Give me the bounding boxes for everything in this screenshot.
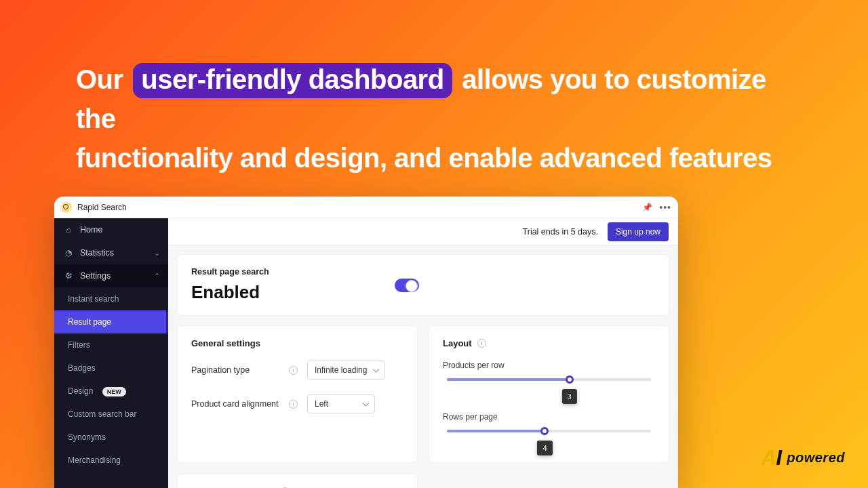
sidebar-sub-custom-search-bar[interactable]: Custom search bar: [54, 403, 168, 426]
products-per-row-label: Products per row: [443, 361, 655, 370]
gear-icon: ⚙: [64, 271, 73, 281]
sidebar-label: Home: [80, 225, 102, 235]
sidebar: ⌂ Home ◔ Statistics ⌄ ⚙ Settings ⌃ Insta…: [54, 218, 168, 488]
ai-powered-badge: AI powered: [761, 445, 845, 470]
new-badge: NEW: [102, 387, 126, 396]
clock-icon: ◔: [64, 248, 73, 258]
ai-powered-text: powered: [787, 450, 845, 466]
ai-logo-icon: AI: [761, 445, 781, 470]
pagination-type-label: Pagination type: [191, 365, 279, 375]
chevron-up-icon: ⌃: [154, 272, 160, 281]
marketing-headline: Our user-friendly dashboard allows you t…: [76, 60, 792, 178]
headline-pre: Our: [76, 64, 123, 94]
trial-text: Trial ends in 5 days.: [523, 227, 598, 237]
sidebar-item-settings[interactable]: ⚙ Settings ⌃: [54, 264, 168, 287]
chevron-down-icon: ⌄: [154, 249, 160, 258]
sidebar-sub-synonyms[interactable]: Synonyms: [54, 426, 168, 449]
sidebar-sub-filters[interactable]: Filters: [54, 333, 168, 357]
card-title: Result page search: [191, 267, 395, 277]
info-icon[interactable]: i: [477, 339, 486, 348]
enabled-toggle[interactable]: [395, 279, 419, 292]
main-content: Trial ends in 5 days. Sign up now Result…: [168, 218, 678, 488]
sidebar-sub-badges[interactable]: Badges: [54, 357, 168, 380]
alignment-label: Product card alignment: [191, 399, 279, 409]
sidebar-label: Settings: [80, 271, 111, 281]
info-icon[interactable]: i: [289, 400, 298, 409]
rows-per-page-slider[interactable]: 4: [447, 430, 651, 432]
section-title: General settings: [191, 338, 403, 348]
alignment-select[interactable]: Left: [307, 394, 375, 413]
sidebar-item-home[interactable]: ⌂ Home: [54, 218, 168, 241]
result-page-search-card: Result page search Enabled: [178, 255, 669, 315]
sidebar-sub-instant-search[interactable]: Instant search: [54, 287, 168, 310]
sidebar-sub-design[interactable]: Design NEW: [54, 380, 168, 403]
pin-icon[interactable]: 📌: [642, 203, 652, 212]
sidebar-item-statistics[interactable]: ◔ Statistics ⌄: [54, 241, 168, 264]
sidebar-sub-result-page[interactable]: Result page: [54, 310, 168, 333]
top-bar: Trial ends in 5 days. Sign up now: [168, 218, 678, 245]
home-icon: ⌂: [64, 225, 73, 235]
app-name: Rapid Search: [77, 203, 127, 212]
app-icon: [61, 202, 72, 213]
general-settings-card: General settings Pagination type i Infin…: [178, 326, 417, 462]
layout-card: Layout i Products per row 3: [429, 326, 669, 462]
rows-per-page-label: Rows per page: [443, 412, 655, 422]
product-fields-order-card: Product fields order i: [178, 474, 417, 488]
sidebar-label: Statistics: [80, 248, 114, 258]
more-icon[interactable]: •••: [659, 202, 671, 213]
pagination-type-select[interactable]: Infinite loading: [307, 361, 385, 380]
section-title: Layout i: [443, 338, 655, 348]
app-window: Rapid Search 📌 ••• ⌂ Home ◔ Statistics ⌄…: [54, 197, 678, 488]
headline-post2: functionality and design, and enable adv…: [76, 143, 772, 173]
sidebar-sub-merchandising[interactable]: Merchandising: [54, 449, 168, 472]
slider-value: 3: [562, 389, 577, 404]
window-titlebar: Rapid Search 📌 •••: [54, 197, 678, 218]
info-icon[interactable]: i: [289, 366, 298, 375]
headline-highlight: user-friendly dashboard: [133, 63, 452, 98]
products-per-row-slider[interactable]: 3: [447, 378, 651, 381]
signup-button[interactable]: Sign up now: [608, 222, 669, 241]
slider-value: 4: [537, 441, 552, 455]
enabled-status: Enabled: [191, 282, 395, 303]
